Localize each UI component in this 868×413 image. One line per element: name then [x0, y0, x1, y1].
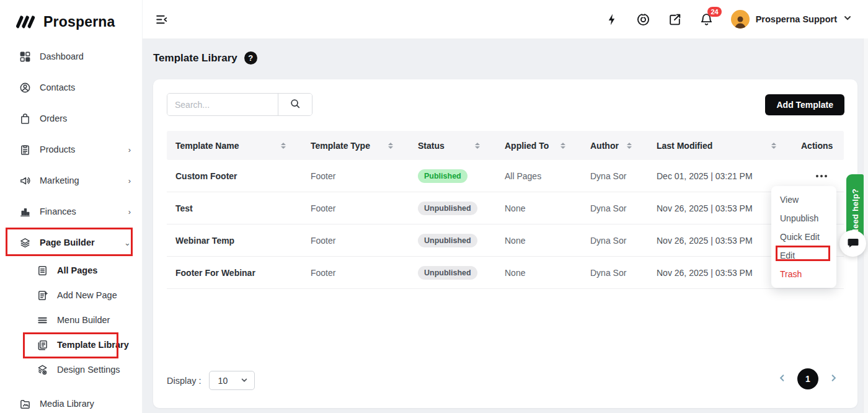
column-header-author[interactable]: Author [582, 141, 648, 151]
sidebar-item-label: Menu Builder [57, 315, 131, 325]
sidebar-item-contacts[interactable]: Contacts [0, 72, 142, 103]
sidebar-item-template-library[interactable]: Template Library [0, 332, 142, 357]
column-header-template-name[interactable]: Template Name [167, 141, 302, 151]
bell-icon[interactable]: 24 [699, 12, 714, 27]
external-link-icon[interactable] [668, 12, 682, 27]
table-row: Test Footer Unpublished None Dyna Sor No… [167, 192, 844, 224]
cell-author: Dyna Sor [582, 236, 648, 246]
chevron-down-icon [241, 375, 248, 386]
status-badge: Published [418, 169, 467, 183]
chevron-down-icon [843, 14, 852, 25]
cell-status: Unpublished [409, 266, 496, 280]
chevron-right-icon: › [128, 176, 131, 185]
menu-item-trash[interactable]: Trash [771, 265, 836, 283]
column-header-applied-to[interactable]: Applied To [496, 141, 582, 151]
column-header-status[interactable]: Status [409, 141, 496, 151]
cell-status: Published [409, 169, 496, 183]
page-header: Template Library ? [153, 51, 257, 64]
cell-last-modified: Dec 01, 2025 | 03:21 PM [648, 171, 792, 181]
cell-template-type: Footer [302, 171, 409, 181]
page-title: Template Library [153, 52, 237, 64]
sidebar-item-label: All Pages [57, 265, 131, 275]
chevron-right-icon: › [128, 145, 131, 154]
chat-widget-button[interactable] [839, 230, 866, 257]
sidebar-item-label: Dashboard [40, 51, 131, 61]
topbar-actions: 24 Prosperna Support [604, 10, 852, 29]
cell-template-name: Footer For Webinar [167, 268, 302, 278]
collapse-sidebar-icon[interactable] [155, 12, 169, 27]
sidebar-item-menu-builder[interactable]: Menu Builder [0, 308, 142, 332]
brand-name: Prosperna [43, 14, 115, 30]
products-clipboard-icon [19, 143, 31, 156]
sort-icon[interactable] [771, 143, 776, 149]
cell-author: Dyna Sor [582, 203, 648, 213]
add-template-button[interactable]: Add Template [765, 94, 844, 115]
brand-logo[interactable]: Prosperna [0, 0, 142, 38]
current-page-button[interactable]: 1 [797, 368, 818, 389]
design-settings-icon [36, 363, 48, 376]
sort-icon[interactable] [475, 143, 480, 149]
finances-chart-icon [19, 205, 31, 218]
menu-item-unpublish[interactable]: Unpublish [771, 209, 836, 228]
sidebar-item-products[interactable]: Products › [0, 134, 142, 165]
sidebar-item-label: Contacts [40, 82, 131, 92]
sidebar-item-add-new-page[interactable]: Add New Page [0, 283, 142, 308]
lightning-icon[interactable] [604, 12, 619, 27]
sidebar-item-all-pages[interactable]: All Pages [0, 258, 142, 283]
search-group [167, 93, 312, 116]
profile-name: Prosperna Support [756, 14, 837, 24]
scrollbar[interactable] [863, 38, 868, 413]
pagination: 1 [778, 368, 838, 389]
layers-icon [19, 236, 31, 249]
sort-icon[interactable] [388, 143, 393, 149]
target-icon[interactable] [636, 12, 650, 27]
contacts-icon [19, 81, 31, 94]
column-header-template-type[interactable]: Template Type [302, 141, 409, 151]
sidebar: Prosperna Dashboard Contacts Orders Prod… [0, 0, 143, 413]
next-page-icon[interactable] [830, 373, 838, 384]
main-content: Template Library ? Add Template Template… [143, 38, 868, 413]
menu-lines-icon [36, 314, 48, 326]
previous-page-icon[interactable] [778, 373, 786, 384]
cell-applied-to: None [496, 203, 582, 213]
sort-icon[interactable] [281, 143, 286, 149]
menu-item-view[interactable]: View [771, 190, 836, 209]
sidebar-item-label: Orders [40, 113, 131, 123]
sidebar-item-label: Media Library [40, 399, 131, 409]
search-button[interactable] [278, 94, 312, 115]
search-input[interactable] [167, 94, 278, 115]
table-header-row: Template Name Template Type Status Appli… [167, 131, 844, 160]
sort-icon[interactable] [560, 143, 565, 149]
media-folder-icon [19, 397, 31, 410]
sidebar-item-page-builder[interactable]: Page Builder ⌄ [0, 227, 142, 258]
status-badge: Unpublished [418, 234, 477, 247]
sidebar-item-dashboard[interactable]: Dashboard [0, 41, 142, 72]
page-help-icon[interactable]: ? [244, 51, 257, 64]
sidebar-item-label: Add New Page [57, 290, 131, 300]
page-plus-icon [36, 289, 48, 301]
sidebar-item-finances[interactable]: Finances › [0, 196, 142, 227]
menu-item-edit[interactable]: Edit [771, 246, 836, 265]
column-header-last-modified[interactable]: Last Modified [648, 141, 792, 151]
profile-menu[interactable]: Prosperna Support [731, 10, 852, 29]
sort-icon[interactable] [627, 143, 632, 149]
sidebar-item-media-library[interactable]: Media Library [0, 388, 142, 413]
row-actions-icon[interactable] [801, 175, 844, 177]
template-library-card: Add Template Template Name Template Type… [153, 79, 857, 408]
sidebar-item-design-settings[interactable]: Design Settings [0, 357, 142, 382]
cell-template-name: Test [167, 203, 302, 213]
chevron-right-icon: › [128, 207, 131, 216]
menu-item-quick-edit[interactable]: Quick Edit [771, 228, 836, 246]
chevron-down-icon: ⌄ [124, 238, 131, 247]
status-badge: Unpublished [418, 202, 477, 215]
cell-template-type: Footer [302, 268, 409, 278]
cell-author: Dyna Sor [582, 171, 648, 181]
column-header-actions: Actions [792, 141, 849, 151]
prosperna-logo-icon [14, 16, 37, 28]
search-icon [290, 98, 301, 111]
sidebar-item-marketing[interactable]: Marketing › [0, 165, 142, 196]
page-size-select[interactable]: 10 [209, 371, 255, 390]
page-size-value: 10 [218, 376, 228, 386]
sidebar-item-label: Marketing [40, 175, 120, 185]
sidebar-item-orders[interactable]: Orders [0, 103, 142, 134]
